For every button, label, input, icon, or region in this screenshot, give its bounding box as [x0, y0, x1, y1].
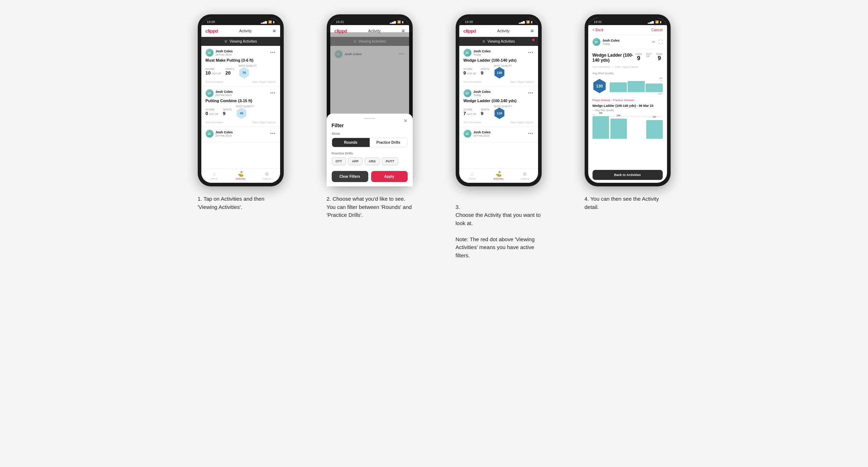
- user-date-1-1: 28 Feb 2023: [216, 53, 233, 56]
- edit-icon-4[interactable]: ✏: [652, 39, 656, 44]
- card-title-1-1: Must Make Putting (3-6 ft): [206, 58, 276, 62]
- avatar-4: JC: [593, 38, 600, 46]
- activities-icon-1: ⛳: [238, 171, 244, 177]
- avg-quality-row-4: 130 130: [593, 77, 663, 95]
- filter-modal: Filter ✕ Show Rounds Practice Drills Pra…: [330, 114, 409, 183]
- step-1-text: Tap on Activities and then 'Viewing Acti…: [198, 196, 265, 210]
- card-title-3-1: Wedge Ladder (100-140 yds): [464, 58, 534, 62]
- viewing-banner-1[interactable]: ⚙ Viewing Activities: [201, 37, 280, 46]
- capture-icon-3: ⊕: [523, 171, 527, 177]
- activities-label-3: Activities: [494, 177, 504, 180]
- phone-4-inner: 13:21 ▂▄▆ 📶 ▮ < Back Cancel JC: [588, 18, 667, 183]
- nav-home-1[interactable]: ⌂ Home: [201, 169, 227, 183]
- quality-badge-3-2: 118: [494, 108, 505, 119]
- footer-right-3-1: Data: Clippd Capture: [510, 81, 533, 83]
- back-to-activities-button-4[interactable]: Back to Activities: [593, 170, 663, 180]
- user-date-4: Today: [603, 42, 620, 46]
- signal-icon-4: ▂▄▆: [648, 20, 654, 24]
- user-date-1-2: 28 Feb 2023: [216, 94, 233, 97]
- modal-close-button[interactable]: ✕: [403, 118, 408, 124]
- active-filter-dot-3: [532, 39, 534, 41]
- avatar-1-1: JC: [206, 49, 214, 57]
- main-bar-4-4: 124: [646, 120, 663, 139]
- dots-menu-1-2[interactable]: •••: [270, 91, 276, 96]
- out-of-3-2: OUT OF: [467, 113, 476, 115]
- viewing-banner-text-1: Viewing Activities: [230, 39, 257, 43]
- score-val-detail-4: 9: [637, 55, 640, 62]
- score-row-1-2: 0 OUT OF: [206, 111, 219, 116]
- signal-icon-3: ▂▄▆: [519, 20, 525, 24]
- dots-menu-3-2[interactable]: •••: [528, 91, 534, 96]
- stat-group-shots-3-2: Shots 9: [481, 108, 489, 116]
- step-1-col: 13:20 ▂▄▆ 📶 ▮ clippd Activity ≡ ⚙ Vie: [183, 14, 298, 211]
- card-user-1-3: JC Josh Coles 28 Feb 2023: [206, 130, 233, 138]
- apply-button[interactable]: Apply: [371, 171, 408, 182]
- footer-left-3-1: Test Information: [464, 81, 481, 83]
- footer-right-3-2: Data: Clippd Capture: [510, 121, 533, 124]
- dots-menu-1-1[interactable]: •••: [270, 50, 276, 55]
- phone-1: 13:20 ▂▄▆ 📶 ▮ clippd Activity ≡ ⚙ Vie: [198, 14, 284, 186]
- wifi-icon-4: 📶: [655, 20, 659, 24]
- back-button-4[interactable]: < Back: [593, 28, 604, 32]
- shots-label-detail-4: Shots: [656, 53, 663, 55]
- activity-card-3-3[interactable]: JC Josh Coles 28 Feb 2023 •••: [459, 127, 538, 142]
- out-of-col-4: OUT OF: [646, 53, 652, 62]
- nav-activities-3[interactable]: ⛳ Activities: [485, 169, 512, 183]
- detail-user-info-4: JC Josh Coles Today: [593, 38, 620, 46]
- out-of-1-1: OUT OF: [212, 72, 221, 75]
- activity-card-1-1[interactable]: JC Josh Coles 28 Feb 2023 ••• Must Make …: [201, 46, 280, 86]
- dots-menu-3-3[interactable]: •••: [528, 131, 534, 136]
- shots-val-3-2: 9: [481, 111, 489, 116]
- card-user-3-3: JC Josh Coles 28 Feb 2023: [464, 130, 491, 138]
- status-time-4: 13:21: [594, 20, 602, 24]
- dots-menu-3-1[interactable]: •••: [528, 50, 534, 55]
- drill-type-group: OTT APP ARG PUTT: [332, 157, 408, 165]
- avatar-3-1: JC: [464, 49, 471, 57]
- practice-drills-toggle-btn[interactable]: Practice Drills: [370, 138, 407, 147]
- viewing-banner-3[interactable]: ⚙ Viewing Activities: [459, 37, 538, 46]
- user-date-3-3: 28 Feb 2023: [474, 134, 491, 137]
- nav-capture-1[interactable]: ⊕ Capture: [254, 169, 280, 183]
- activity-card-3-2[interactable]: JC Josh Coles Today ••• Wedge Ladder (10…: [459, 86, 538, 127]
- user-info-1-1: Josh Coles 28 Feb 2023: [216, 49, 233, 56]
- out-of-3-1: OUT OF: [467, 72, 476, 75]
- cancel-button-4[interactable]: Cancel: [651, 28, 662, 32]
- modal-actions: Clear Filters Apply: [332, 171, 408, 182]
- filter-icon-1: ⚙: [224, 39, 227, 43]
- drill-ott[interactable]: OTT: [332, 157, 346, 165]
- modal-title: Filter: [332, 123, 408, 128]
- bottom-spacer-4: [588, 180, 667, 183]
- detail-user-row-4: JC Josh Coles Today ✏ ⛶: [588, 35, 667, 49]
- stat-group-shots-1-2: Shots 9: [223, 108, 231, 116]
- footer-right-1-1: Data: Clippd Capture: [252, 81, 275, 83]
- drill-app[interactable]: APP: [348, 157, 363, 165]
- nav-home-3[interactable]: ⌂ Home: [459, 169, 485, 183]
- activity-card-1-2[interactable]: JC Josh Coles 28 Feb 2023 ••• Putting Co…: [201, 86, 280, 127]
- stat-group-score-3-1: Score 9 OUT OF: [464, 68, 477, 76]
- bar-label-2-4: 129: [617, 114, 620, 116]
- activity-card-3-1[interactable]: JC Josh Coles Today ••• Wedge Ladder (10…: [459, 46, 538, 86]
- status-time-3: 13:20: [465, 20, 473, 24]
- expand-icon-4[interactable]: ⛶: [658, 39, 663, 44]
- dots-menu-1-3[interactable]: •••: [270, 131, 276, 136]
- quality-label-3-1: Shot Quality: [494, 65, 512, 67]
- card-user-3-1: JC Josh Coles Today: [464, 49, 491, 57]
- nav-activities-1[interactable]: ⛳ Activities: [227, 169, 254, 183]
- drill-putt[interactable]: PUTT: [382, 157, 398, 165]
- hamburger-menu-3[interactable]: ≡: [531, 28, 533, 34]
- activity-card-1-3[interactable]: JC Josh Coles 28 Feb 2023 •••: [201, 127, 280, 142]
- step-3-text: Choose the Activity that you want to loo…: [456, 212, 541, 258]
- rounds-toggle-btn[interactable]: Rounds: [332, 138, 370, 147]
- status-icons-4: ▂▄▆ 📶 ▮: [648, 20, 661, 24]
- chart-bar-2-4: [628, 81, 645, 92]
- quality-label-1-1: Shot Quality: [238, 65, 256, 67]
- nav-capture-3[interactable]: ⊕ Capture: [512, 169, 538, 183]
- step-4-description: 4. You can then see the Activity detail.: [585, 195, 671, 211]
- detail-header-4: < Back Cancel: [588, 25, 667, 35]
- viewing-banner-text-3: Viewing Activities: [488, 39, 515, 43]
- chart-x-label-4: APP: [658, 93, 662, 95]
- chart-top-val-4: 130: [659, 77, 662, 79]
- drill-arg[interactable]: ARG: [365, 157, 380, 165]
- hamburger-menu-1[interactable]: ≡: [273, 28, 275, 34]
- clear-filters-button[interactable]: Clear Filters: [332, 171, 368, 182]
